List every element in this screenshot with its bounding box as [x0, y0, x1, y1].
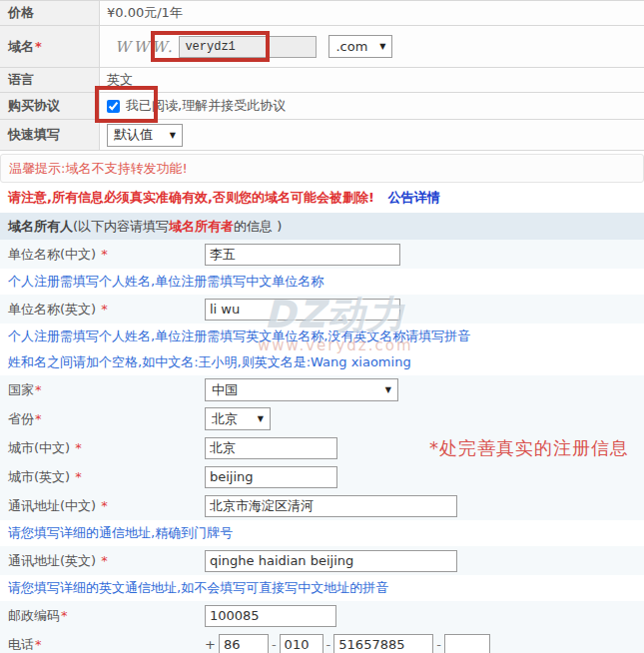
- phone-dash: -: [326, 637, 331, 652]
- quickfill-select[interactable]: 默认值 ▼: [107, 124, 183, 147]
- tip-notice-text: 温馨提示:域名不支持转发功能!: [9, 160, 188, 178]
- required-asterisk: *: [101, 553, 108, 568]
- city-cn-label: 城市(中文) *: [0, 439, 205, 457]
- org-name-en-input[interactable]: [205, 299, 400, 321]
- city-annotation-note: *处完善真实的注册信息: [429, 436, 629, 460]
- country-selected-value: 中国: [212, 381, 238, 399]
- address-cn-row: 通讯地址(中文) *: [0, 491, 644, 520]
- org-name-cn-row: 单位名称(中文) *: [0, 240, 644, 269]
- warning-line: 请注意,所有信息必须真实准确有效,否则您的域名可能会被删除! 公告详情: [0, 183, 644, 213]
- org-name-en-hint: 个人注册需填写个人姓名,单位注册需填写英文单位名称,没有英文名称请填写拼音: [0, 324, 644, 349]
- country-select[interactable]: 中国 ▼: [205, 378, 398, 401]
- org-name-cn-hint: 个人注册需填写个人姓名,单位注册需填写中文单位名称: [0, 269, 644, 295]
- address-cn-hint: 请您填写详细的通信地址,精确到门牌号: [0, 520, 644, 546]
- required-asterisk: *: [101, 302, 108, 317]
- zipcode-label: 邮政编码*: [0, 607, 205, 625]
- chevron-down-icon: ▼: [170, 131, 176, 140]
- agreement-row: 购买协议 我已阅读,理解并接受此协议: [0, 93, 644, 120]
- agreement-checkbox[interactable]: [107, 100, 120, 113]
- org-name-cn-label: 单位名称(中文) *: [0, 246, 205, 264]
- phone-country-code-input[interactable]: [219, 634, 269, 653]
- city-en-row: 城市(英文) *: [0, 462, 644, 491]
- address-cn-input[interactable]: [205, 495, 457, 517]
- required-asterisk: *: [75, 469, 82, 484]
- warning-text: 请注意,所有信息必须真实准确有效,否则您的域名可能会被删除!: [8, 189, 374, 207]
- price-row: 价格 ¥0.00元/1年: [0, 1, 644, 26]
- phone-number-input[interactable]: [333, 634, 433, 653]
- owner-section-header: 域名所有人 (以下内容请填写 域名所有者 的信息 ): [0, 213, 644, 240]
- announcement-link[interactable]: 公告详情: [388, 189, 440, 207]
- province-select[interactable]: 北京 ▼: [205, 407, 271, 430]
- language-row: 语言 英文: [0, 68, 644, 93]
- phone-dash: -: [272, 637, 277, 652]
- country-row: 国家* 中国 ▼: [0, 375, 644, 404]
- required-asterisk: *: [61, 608, 68, 623]
- tld-select[interactable]: .com ▼: [328, 35, 392, 58]
- address-en-label: 通讯地址(英文) *: [0, 552, 205, 570]
- address-en-input[interactable]: [205, 550, 457, 572]
- required-asterisk: *: [35, 382, 42, 397]
- phone-label: 电话*: [0, 636, 205, 653]
- quickfill-row: 快速填写 默认值 ▼: [0, 120, 644, 151]
- chevron-down-icon: ▼: [258, 414, 264, 423]
- owner-suffix-text: 的信息 ): [234, 218, 282, 236]
- owner-highlight-text: 域名所有者: [169, 218, 234, 236]
- required-asterisk: *: [101, 498, 108, 513]
- chevron-down-icon: ▼: [385, 385, 391, 394]
- name-space-hint: 姓和名之间请加个空格,如中文名:王小明,则英文名是:Wang xiaoming: [0, 349, 644, 375]
- org-name-en-label: 单位名称(英文) *: [0, 301, 205, 319]
- chevron-down-icon: ▼: [379, 42, 385, 51]
- owner-title: 域名所有人: [8, 218, 73, 236]
- address-en-hint: 请您填写详细的英文通信地址,如不会填写可直接写中文地址的拼音: [0, 575, 644, 601]
- required-asterisk: *: [101, 247, 108, 262]
- www-prefix: WWW.: [115, 38, 175, 56]
- city-en-label: 城市(英文) *: [0, 468, 205, 486]
- zipcode-input[interactable]: [205, 605, 336, 627]
- price-value: ¥0.00元/1年: [100, 1, 644, 25]
- language-value: 英文: [100, 68, 644, 92]
- domain-name-input[interactable]: [179, 36, 317, 58]
- price-label: 价格: [0, 1, 100, 25]
- phone-area-code-input[interactable]: [280, 634, 323, 653]
- country-label: 国家*: [0, 381, 205, 399]
- required-asterisk: *: [75, 440, 82, 455]
- domain-field-area: WWW. .com ▼: [100, 26, 644, 67]
- province-selected-value: 北京: [212, 410, 238, 428]
- quickfill-selected-value: 默认值: [114, 126, 153, 144]
- phone-plus-sign: +: [205, 637, 216, 652]
- city-cn-row: 城市(中文) * *处完善真实的注册信息: [0, 433, 644, 462]
- city-cn-input[interactable]: [205, 437, 337, 459]
- phone-dash: -: [436, 637, 441, 652]
- agreement-field-area: 我已阅读,理解并接受此协议: [100, 93, 644, 119]
- tld-selected-value: .com: [335, 39, 367, 54]
- agreement-label: 购买协议: [0, 93, 100, 119]
- required-asterisk: *: [35, 39, 42, 54]
- org-name-en-row: 单位名称(英文) *: [0, 295, 644, 324]
- zipcode-row: 邮政编码*: [0, 601, 644, 630]
- language-label: 语言: [0, 68, 100, 92]
- phone-extension-input[interactable]: [444, 634, 490, 653]
- domain-row: 域名* WWW. .com ▼: [0, 26, 644, 68]
- required-asterisk: *: [35, 637, 42, 652]
- agreement-text: 我已阅读,理解并接受此协议: [126, 97, 286, 115]
- quickfill-label: 快速填写: [0, 120, 100, 150]
- city-en-input[interactable]: [205, 466, 337, 488]
- phone-row: 电话* + - - -: [0, 630, 644, 653]
- phone-field-area: + - - -: [205, 634, 490, 653]
- top-attribute-table: 价格 ¥0.00元/1年 域名* WWW. .com ▼ 语言 英文 购买协议 …: [0, 0, 644, 151]
- required-asterisk: *: [35, 411, 42, 426]
- address-en-row: 通讯地址(英文) *: [0, 546, 644, 575]
- owner-mid-text: (以下内容请填写: [73, 218, 169, 236]
- tip-notice: 温馨提示:域名不支持转发功能!: [0, 154, 644, 183]
- address-cn-label: 通讯地址(中文) *: [0, 497, 205, 515]
- province-label: 省份*: [0, 410, 205, 428]
- org-name-cn-input[interactable]: [205, 244, 400, 266]
- province-row: 省份* 北京 ▼: [0, 404, 644, 433]
- domain-label: 域名*: [0, 26, 100, 67]
- quickfill-field-area: 默认值 ▼: [100, 120, 644, 150]
